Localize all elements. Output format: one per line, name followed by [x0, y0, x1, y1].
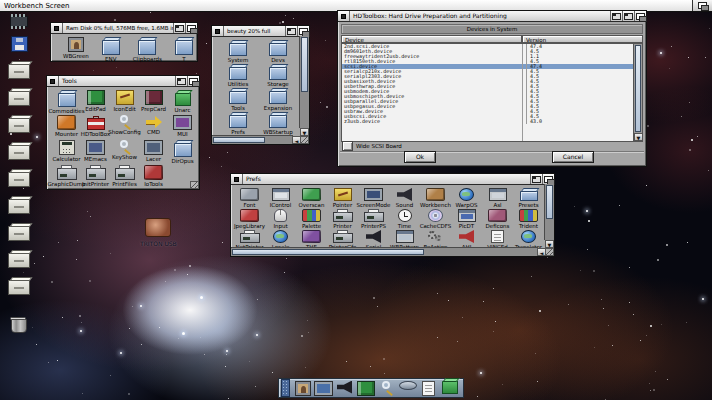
depth-gadget[interactable] — [634, 11, 646, 21]
vertical-scrollbar[interactable] — [299, 36, 309, 128]
icon[interactable]: WarpOS — [451, 188, 482, 209]
dock-icon[interactable] — [440, 381, 459, 396]
dock-icon[interactable] — [398, 381, 417, 396]
dock-icon[interactable] — [314, 381, 333, 396]
zoom-gadget[interactable] — [175, 76, 187, 86]
icon[interactable]: Sound — [389, 188, 420, 209]
icon[interactable]: Font — [234, 188, 265, 209]
icon[interactable]: Prefs — [218, 112, 258, 136]
icon[interactable]: CMD — [139, 115, 168, 140]
icon[interactable]: System — [218, 40, 258, 64]
resize-gadget[interactable] — [190, 181, 199, 189]
scroll-down-gadget[interactable]: ▼ — [300, 128, 309, 136]
icon[interactable]: Storage — [258, 64, 298, 88]
resize-gadget[interactable] — [300, 136, 309, 144]
hdtoolbox-titlebar[interactable]: HDToolbox: Hard Drive Preparation and Pa… — [338, 11, 646, 22]
scroll-thumb[interactable] — [232, 249, 424, 255]
zoom-gadget[interactable] — [622, 11, 634, 21]
icon[interactable]: HDToolBox — [81, 115, 110, 140]
wide-scsi-checkbox[interactable] — [342, 141, 353, 151]
desktop-icon[interactable] — [8, 169, 30, 187]
desktop-icon[interactable] — [8, 115, 30, 133]
icon[interactable]: Asl — [482, 188, 513, 209]
close-gadget[interactable] — [47, 76, 59, 86]
icon[interactable]: EditPad — [81, 90, 110, 115]
depth-gadget[interactable] — [297, 26, 309, 36]
ok-button[interactable]: Ok — [404, 151, 436, 163]
desktop-icon[interactable] — [8, 88, 30, 106]
horizontal-scrollbar[interactable] — [212, 135, 293, 144]
resize-gadget[interactable] — [545, 248, 554, 256]
icon[interactable]: PrepCard — [139, 90, 168, 115]
icon[interactable]: Pointer — [327, 188, 358, 209]
dock-icon[interactable] — [356, 381, 375, 396]
ramdisk-titlebar[interactable]: Ram Disk 0% full, 576MB free, 1.6MB in u… — [51, 23, 197, 34]
icon[interactable]: CacheCDFS — [420, 209, 451, 230]
icon[interactable]: Workbench — [420, 188, 451, 209]
desktop-icon[interactable] — [8, 196, 30, 214]
desktop-icon[interactable] — [8, 61, 30, 79]
zoom-gadget[interactable] — [285, 26, 297, 36]
icon[interactable]: DirOpus — [168, 140, 197, 165]
vertical-scrollbar[interactable] — [544, 184, 554, 240]
list-scrollbar[interactable]: ▼ — [633, 44, 642, 141]
icon[interactable]: Utilities — [218, 64, 258, 88]
desktop-icon[interactable] — [8, 142, 30, 160]
desktop-icon[interactable] — [8, 13, 30, 27]
icon[interactable]: Printer — [327, 209, 358, 230]
icon[interactable]: Tools — [218, 88, 258, 112]
icon[interactable]: GraphicDump — [52, 165, 81, 190]
icon[interactable]: Devs — [258, 40, 298, 64]
scroll-down-gadget[interactable]: ▼ — [634, 133, 643, 141]
icon[interactable]: PrinterPS — [358, 209, 389, 230]
icon[interactable]: KeyShow — [110, 140, 139, 165]
icon[interactable]: Overscan — [296, 188, 327, 209]
icon[interactable]: MUI — [168, 115, 197, 140]
icon[interactable]: MEmacs — [81, 140, 110, 165]
desktop-icon[interactable] — [8, 36, 30, 52]
iconify-gadget[interactable] — [610, 11, 622, 21]
icon[interactable]: Mounter — [52, 115, 81, 140]
icon[interactable]: Time — [389, 209, 420, 230]
icon[interactable]: Presets — [513, 188, 544, 209]
desktop-icon[interactable] — [8, 250, 30, 268]
dock-handle[interactable] — [281, 379, 290, 397]
scroll-thumb[interactable] — [213, 137, 265, 143]
device-row[interactable]: z3usb.device 43.0 — [342, 119, 642, 124]
tools-titlebar[interactable]: Tools — [47, 76, 199, 87]
close-gadget[interactable] — [338, 11, 350, 21]
icon[interactable]: IoTools — [139, 165, 168, 190]
icon[interactable]: ScreenMode — [358, 188, 389, 209]
icon[interactable]: Expansion — [258, 88, 298, 112]
depth-gadget[interactable] — [185, 23, 197, 33]
icon[interactable]: Clipboards — [133, 37, 162, 63]
cancel-button[interactable]: Cancel — [552, 151, 594, 163]
icon[interactable]: IconEdit — [110, 90, 139, 115]
icon[interactable]: Unarc — [168, 90, 197, 115]
icon[interactable]: DefIcons — [482, 209, 513, 230]
dock-icon[interactable] — [377, 381, 396, 396]
horizontal-scrollbar[interactable] — [231, 247, 538, 256]
dock-icon[interactable] — [419, 381, 438, 396]
dock-icon[interactable] — [293, 381, 312, 396]
scroll-thumb[interactable] — [546, 185, 553, 219]
icon[interactable]: JpegLibrary — [234, 209, 265, 230]
screen-depth-gadget[interactable] — [692, 0, 712, 11]
icon[interactable]: Calculator — [52, 140, 81, 165]
icon[interactable]: PrintFiles — [110, 165, 139, 190]
dock-icon[interactable] — [335, 381, 354, 396]
icon[interactable]: ENV — [102, 37, 120, 63]
scroll-thumb[interactable] — [301, 37, 308, 92]
icon[interactable]: Input — [265, 209, 296, 230]
icon[interactable]: Commodities — [52, 90, 81, 115]
beauty-titlebar[interactable]: beauty 20% full — [212, 26, 309, 37]
desktop-icon[interactable] — [8, 277, 30, 295]
icon[interactable]: Lacer — [139, 140, 168, 165]
depth-gadget[interactable] — [542, 174, 554, 184]
close-gadget[interactable] — [51, 23, 63, 33]
close-gadget[interactable] — [231, 174, 243, 184]
icon[interactable]: ShowConfig — [110, 115, 139, 140]
icon[interactable]: WBStartup — [258, 112, 298, 136]
icon[interactable]: InitPrinter — [81, 165, 110, 190]
close-gadget[interactable] — [212, 26, 224, 36]
